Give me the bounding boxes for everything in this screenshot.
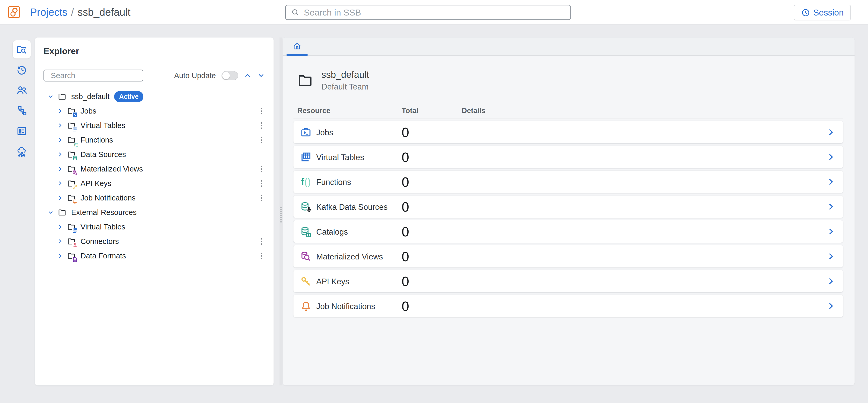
chevron-right-icon[interactable] [57, 151, 63, 158]
job-notifications-folder-icon [67, 194, 76, 202]
kebab-menu-icon[interactable] [257, 178, 266, 189]
kebab-menu-icon[interactable] [257, 193, 266, 203]
chevron-right-icon[interactable] [826, 276, 836, 286]
resource-row-catalogs[interactable]: Catalogs 0 [293, 221, 843, 243]
flow-tree-icon [16, 105, 27, 116]
drag-handle-icon[interactable] [279, 207, 282, 223]
resource-row-jobs[interactable]: Jobs 0 [293, 121, 843, 143]
kebab-menu-icon[interactable] [257, 250, 266, 261]
database-badge-icon [72, 156, 78, 161]
tree-row-external-resources[interactable]: External Resources [35, 205, 274, 220]
chevron-right-icon[interactable] [826, 127, 836, 137]
expand-all-icon[interactable] [257, 72, 265, 79]
data-sources-folder-icon [67, 150, 76, 159]
toggle-knob [222, 72, 230, 79]
resource-row-kafka-data-sources[interactable]: Kafka Data Sources 0 [293, 196, 843, 218]
project-team: Default Team [321, 82, 369, 92]
chevron-right-icon[interactable] [57, 108, 63, 114]
rail-item-history[interactable] [13, 61, 31, 79]
session-button[interactable]: Session [794, 5, 851, 21]
chevron-right-icon[interactable] [826, 301, 836, 311]
chevron-right-icon[interactable] [57, 238, 63, 245]
api-keys-icon [300, 275, 312, 287]
tree-row-connectors[interactable]: Connectors [35, 234, 274, 248]
panel-resize-divider[interactable] [279, 37, 282, 385]
folder-search-icon [16, 44, 27, 55]
resource-row-functions[interactable]: f() Functions 0 [293, 171, 843, 193]
tree-row-data-sources[interactable]: Data Sources [35, 147, 274, 162]
chevron-right-icon[interactable] [57, 253, 63, 259]
column-details: Details [462, 107, 486, 115]
catalogs-icon [300, 226, 312, 237]
rail-item-catalog-list[interactable] [13, 122, 31, 140]
resource-label: Functions [316, 178, 351, 187]
kebab-menu-icon[interactable] [257, 236, 266, 246]
chevron-right-icon[interactable] [826, 227, 836, 236]
tab-bar [283, 37, 855, 56]
tree-row-ext-virtual-tables[interactable]: Virtual Tables [35, 220, 274, 234]
tree-row-jobs[interactable]: Jobs [35, 104, 274, 118]
chevron-right-icon[interactable] [57, 195, 63, 201]
collapse-all-icon[interactable] [244, 72, 252, 79]
connectors-folder-icon [67, 237, 76, 246]
chevron-right-icon[interactable] [826, 202, 836, 211]
explorer-search-input[interactable] [51, 71, 151, 80]
rail-item-lineage[interactable] [13, 102, 31, 120]
left-rail [13, 40, 31, 163]
chevron-right-icon[interactable] [57, 166, 63, 172]
folder-icon [297, 72, 314, 89]
rail-item-teams[interactable] [13, 81, 31, 99]
rail-item-cloud-cluster[interactable] [13, 142, 31, 161]
tree-label: Data Formats [81, 252, 126, 260]
tree-label: Job Notifications [81, 194, 135, 202]
chevron-right-icon[interactable] [826, 251, 836, 261]
tree-row-api-keys[interactable]: API Keys [35, 176, 274, 191]
rail-item-explorer[interactable] [13, 40, 31, 59]
kebab-menu-icon[interactable] [257, 120, 266, 131]
global-search-input[interactable] [304, 7, 565, 18]
connector-badge-icon [72, 242, 78, 248]
ssb-logo-icon [7, 6, 21, 19]
resource-row-materialized-views[interactable]: Materialized Views 0 [293, 245, 843, 267]
explorer-search[interactable] [43, 70, 143, 81]
resource-row-virtual-tables[interactable]: Virtual Tables 0 [293, 146, 843, 168]
resource-total: 0 [402, 125, 409, 140]
kebab-menu-icon[interactable] [257, 106, 266, 116]
explorer-tree: ssb_default Active Jobs V [35, 89, 274, 263]
table-header: Resource Total Details [293, 107, 843, 119]
chevron-right-icon[interactable] [826, 177, 836, 187]
resource-total: 0 [402, 224, 409, 239]
tree-row-job-notifications[interactable]: Job Notifications [35, 191, 274, 205]
tree-row-virtual-tables[interactable]: Virtual Tables [35, 118, 274, 133]
tree-row-materialized-views[interactable]: Materialized Views [35, 162, 274, 176]
resource-total: 0 [402, 149, 409, 165]
chevron-right-icon[interactable] [57, 180, 63, 187]
resource-total: 0 [402, 249, 409, 264]
main-panel: ssb_default Default Team Resource Total … [283, 37, 855, 385]
tree-row-data-formats[interactable]: Data Formats [35, 248, 274, 263]
api-keys-folder-icon [67, 179, 76, 188]
chevron-down-icon[interactable] [48, 93, 54, 100]
chevron-right-icon[interactable] [826, 152, 836, 162]
tree-row-functions[interactable]: f() Functions [35, 133, 274, 147]
auto-update-toggle[interactable] [221, 71, 238, 80]
document-badge-icon [72, 257, 78, 262]
tab-home[interactable] [286, 37, 308, 55]
kebab-menu-icon[interactable] [257, 164, 266, 174]
chevron-right-icon[interactable] [57, 137, 63, 143]
tree-row-ssb-default[interactable]: ssb_default Active [35, 89, 274, 104]
chevron-right-icon[interactable] [57, 122, 63, 129]
virtual-tables-icon [300, 151, 312, 163]
tree-label: Functions [81, 136, 113, 144]
active-badge: Active [114, 91, 143, 102]
tree-label: Virtual Tables [81, 223, 125, 231]
chevron-down-icon[interactable] [48, 209, 54, 216]
tree-label: Jobs [81, 107, 96, 115]
kebab-menu-icon[interactable] [257, 135, 266, 145]
session-button-label: Session [813, 8, 844, 18]
global-search[interactable] [285, 5, 571, 20]
resource-row-api-keys[interactable]: API Keys 0 [293, 270, 843, 292]
chevron-right-icon[interactable] [57, 224, 63, 230]
breadcrumb-projects-link[interactable]: Projects [30, 6, 67, 18]
resource-row-job-notifications[interactable]: Job Notifications 0 [293, 295, 843, 317]
